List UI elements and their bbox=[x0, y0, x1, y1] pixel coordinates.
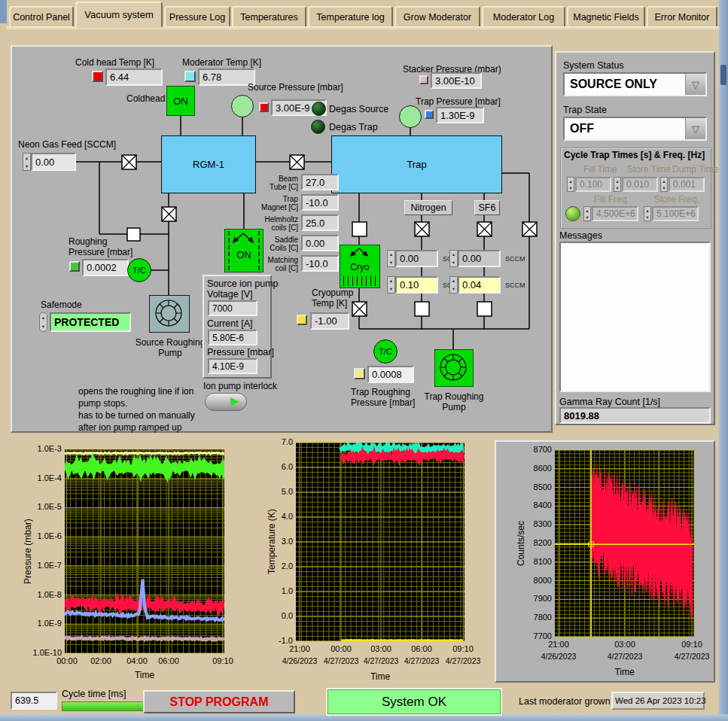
trap-pressure-square bbox=[425, 110, 434, 119]
sf6-act-unit: SCCM bbox=[505, 281, 525, 290]
tab-control-panel[interactable]: Control Panel bbox=[9, 6, 74, 26]
fill-freq-spinner[interactable]: ▲▼ bbox=[583, 206, 591, 221]
trap-magnet-value: -10.0 bbox=[301, 194, 339, 211]
roughing-valve[interactable] bbox=[161, 206, 177, 222]
tab-moderator-log[interactable]: Moderator Log bbox=[482, 6, 565, 26]
last-moderator-label: Last moderator grown bbox=[519, 696, 611, 707]
cycle-led[interactable] bbox=[565, 206, 580, 221]
temperature-xlabel: Time bbox=[296, 671, 465, 682]
store-freq-spinner[interactable]: ▲▼ bbox=[644, 206, 651, 221]
dump-time-input[interactable]: 0.001 bbox=[669, 177, 705, 192]
cryopump-temp-label: CryopumpTemp [K] bbox=[312, 287, 353, 309]
n2-act-input[interactable]: 0.10 bbox=[395, 276, 438, 294]
messages-box bbox=[559, 242, 711, 392]
trap-roughing-value: 0.0008 bbox=[367, 366, 414, 383]
system-status-dropdown[interactable]: SOURCE ONLY ▽ bbox=[563, 72, 707, 96]
degas-trap-led[interactable] bbox=[311, 120, 325, 134]
trap-roughing-pump[interactable] bbox=[434, 349, 474, 387]
safemode-label: Safemode bbox=[41, 300, 82, 310]
pressure-xlabel: Time bbox=[65, 670, 224, 680]
trap-vent-valve[interactable] bbox=[522, 221, 538, 237]
beam-tube-label: BeamTube [C] bbox=[247, 175, 298, 191]
sf6-set-input[interactable]: 0.00 bbox=[458, 250, 501, 267]
store-time-input[interactable]: 0.010 bbox=[622, 177, 658, 192]
nitrogen-valve[interactable] bbox=[414, 221, 430, 237]
sf6-open-valve[interactable] bbox=[477, 301, 492, 317]
cycle-trap-title: Cycle Trap Times [s] & Freq. [Hz] bbox=[564, 150, 705, 160]
pressure-xtick: 09:10 bbox=[203, 656, 242, 665]
current-label: Current [A] bbox=[207, 318, 252, 330]
counts-xtick-date: 4/26/2023 bbox=[537, 652, 580, 661]
pump-icon bbox=[150, 296, 188, 331]
dropdown-arrow-icon[interactable]: ▽ bbox=[685, 74, 705, 95]
tab-vacuum-system[interactable]: Vacuum system bbox=[75, 2, 163, 28]
sf6-tag: SF6 bbox=[474, 200, 500, 215]
neon-feed-input[interactable]: 0.00 bbox=[31, 153, 76, 171]
ion-pump-interlock-switch[interactable] bbox=[205, 393, 247, 411]
ion-pump[interactable]: ON bbox=[224, 229, 263, 272]
temperature-xtick: 00:00 bbox=[321, 644, 361, 653]
voltage-label: Voltage [V] bbox=[207, 289, 252, 300]
temperature-xtick: 03:00 bbox=[361, 644, 401, 653]
temperature-xtick: 09:10 bbox=[443, 644, 483, 653]
sf6-act-spinner[interactable]: ▲▼ bbox=[449, 276, 458, 294]
source-roughing-pump[interactable] bbox=[149, 295, 190, 333]
pressure-xtick: 06:00 bbox=[149, 656, 188, 665]
scrollbar-thumb[interactable] bbox=[720, 65, 726, 85]
temperature-xtick-date: 4/27/2023 bbox=[441, 656, 485, 665]
degas-trap-label: Degas Trap bbox=[329, 122, 378, 133]
matching-value: -10.0 bbox=[301, 255, 339, 272]
nitrogen-open-valve[interactable] bbox=[414, 301, 430, 317]
trap-pressure-value: 1.30E-9 bbox=[436, 107, 484, 123]
dropdown-arrow-icon[interactable]: ▽ bbox=[685, 118, 705, 139]
roughing-pressure-label: RoughingPressure [mbar] bbox=[69, 236, 133, 258]
temperature-xtick-date: 4/27/2023 bbox=[319, 656, 363, 665]
tab-temperatures[interactable]: Temperatures bbox=[232, 6, 306, 26]
beam-tube-value: 27.0 bbox=[301, 174, 339, 190]
schematic-panel: Cold head Temp [K] Moderator Temp [K] 6.… bbox=[11, 45, 553, 433]
sf6-set-spinner[interactable]: ▲▼ bbox=[449, 250, 458, 267]
coldhead-on-button[interactable]: ON bbox=[166, 86, 195, 116]
sf6-act-input[interactable]: 0.04 bbox=[458, 276, 501, 294]
last-moderator-value: Wed 26 Apr 2023 10:23 bbox=[611, 692, 705, 710]
current-value: 5.80E-6 bbox=[208, 330, 257, 345]
status-sidebar: System Status SOURCE ONLY ▽ Trap State O… bbox=[555, 51, 715, 425]
tab-grow-moderator[interactable]: Grow Moderator bbox=[394, 6, 480, 26]
ip-pressure-value: 4.10E-9 bbox=[208, 358, 257, 374]
cryopump-temp-value: -1.00 bbox=[310, 312, 349, 330]
tab-magnetic-fields[interactable]: Magnetic Fields bbox=[567, 6, 645, 26]
counts-xtick-date: 4/27/2023 bbox=[670, 652, 714, 661]
safemode-spinner[interactable]: ▲▼ bbox=[39, 312, 47, 332]
safemode-value[interactable]: PROTECTED bbox=[50, 312, 131, 332]
fill-freq-input[interactable]: 4.500E+6 bbox=[592, 206, 638, 221]
neon-valve[interactable] bbox=[121, 154, 137, 170]
store-time-spinner[interactable]: ▲▼ bbox=[614, 177, 621, 192]
window-edge-bottom bbox=[0, 714, 728, 721]
n2-set-input[interactable]: 0.00 bbox=[395, 250, 438, 267]
trap-pressure-label: Trap Pressure [mbar] bbox=[416, 96, 501, 107]
beam-valve[interactable] bbox=[289, 154, 305, 170]
cryo-lower-valve[interactable] bbox=[352, 301, 367, 317]
tab-error-monitor[interactable]: Error Monitor bbox=[647, 6, 717, 26]
neon-feed-spinner[interactable]: ▲▼ bbox=[23, 153, 31, 171]
cryo-upper-open-valve[interactable] bbox=[352, 221, 367, 237]
cycle-time-progress bbox=[62, 701, 146, 711]
cryo-pump[interactable]: Cryo bbox=[340, 245, 380, 288]
counts-plot-area bbox=[555, 450, 694, 637]
trap-state-dropdown[interactable]: OFF ▽ bbox=[563, 117, 707, 141]
sf6-valve[interactable] bbox=[477, 221, 492, 237]
tab-pressure-log[interactable]: Pressure Log bbox=[164, 6, 230, 26]
counts-xtick: 09:10 bbox=[672, 640, 711, 649]
fill-time-spinner[interactable]: ▲▼ bbox=[567, 177, 574, 192]
window-edge-topleft bbox=[0, 0, 7, 23]
n2-act-spinner[interactable]: ▲▼ bbox=[387, 276, 395, 294]
tab-temperature-log[interactable]: Temperature log bbox=[308, 6, 393, 26]
pressure-plot-area bbox=[65, 449, 224, 653]
fill-time-input[interactable]: 0.100 bbox=[575, 177, 611, 192]
store-freq-input[interactable]: 5.100E+6 bbox=[652, 206, 699, 221]
n2-set-spinner[interactable]: ▲▼ bbox=[387, 250, 395, 267]
temperature-plot-area bbox=[296, 443, 465, 641]
degas-source-led[interactable] bbox=[312, 102, 326, 116]
stop-program-button[interactable]: STOP PROGRAM bbox=[143, 690, 295, 713]
dump-time-spinner[interactable]: ▲▼ bbox=[660, 177, 668, 192]
